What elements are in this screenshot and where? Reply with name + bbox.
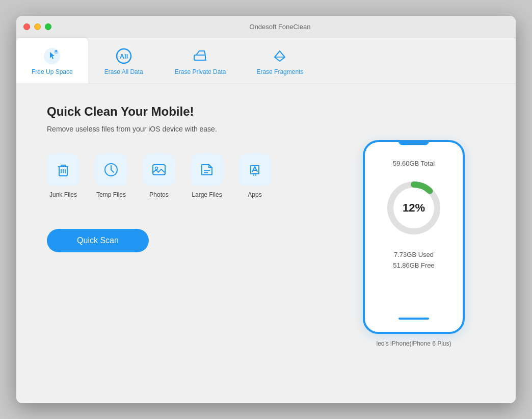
junk-files-label: Junk Files [49, 191, 77, 198]
large-files-label: Large Files [192, 191, 222, 198]
tab-erase-all-data[interactable]: All Erase All Data [88, 38, 159, 84]
feature-temp-files[interactable]: Temp Files [95, 153, 127, 198]
storage-donut: 12% [383, 177, 444, 239]
phone-home-bar [398, 318, 429, 320]
tab-erase-private-data[interactable]: Erase Private Data [159, 38, 242, 84]
left-panel: Quick Clean Your Mobile! Remove useless … [47, 104, 322, 383]
app-window: Ondesoft FoneClean Free Up Space [16, 16, 516, 403]
device-free: 51.86GB Free [393, 261, 435, 269]
svg-rect-13 [153, 165, 165, 175]
tab-erase-fragments-label: Erase Fragments [256, 68, 303, 75]
temp-files-icon [103, 162, 119, 178]
photos-label: Photos [149, 191, 168, 198]
features-row: Junk Files Temp Files [47, 153, 322, 198]
tab-erase-private-data-label: Erase Private Data [175, 68, 226, 75]
device-total: 59.60GB Total [393, 160, 435, 167]
apps-icon [247, 162, 263, 178]
right-panel: 59.60GB Total 12% 7.73GB Used 51.86GB Fr… [342, 104, 485, 383]
large-files-icon-bg [191, 153, 223, 186]
minimize-button[interactable] [34, 23, 41, 30]
phone-mockup: 59.60GB Total 12% 7.73GB Used 51.86GB Fr… [363, 140, 465, 334]
svg-text:All: All [119, 53, 128, 60]
storage-percent-label: 12% [403, 201, 425, 215]
tab-erase-fragments[interactable]: Erase Fragments [241, 38, 318, 84]
junk-files-icon [55, 162, 71, 178]
maximize-button[interactable] [45, 23, 51, 30]
main-subheadline: Remove useless files from your iOS devic… [47, 125, 322, 133]
quick-scan-button[interactable]: Quick Scan [47, 229, 149, 252]
feature-apps[interactable]: Apps [238, 153, 271, 198]
temp-files-icon-bg [95, 153, 127, 186]
erase-all-data-icon: All [115, 47, 133, 65]
traffic-lights [23, 23, 51, 30]
main-content: Quick Clean Your Mobile! Remove useless … [16, 84, 516, 403]
apps-icon-bg [238, 153, 271, 186]
tab-erase-all-data-label: Erase All Data [104, 68, 143, 75]
photos-icon-bg [143, 153, 175, 186]
svg-rect-6 [194, 55, 205, 60]
tab-free-up-space-label: Free Up Space [32, 68, 73, 75]
feature-large-files[interactable]: Large Files [191, 153, 223, 198]
temp-files-label: Temp Files [96, 191, 126, 198]
titlebar: Ondesoft FoneClean [16, 16, 516, 38]
apps-label: Apps [248, 191, 261, 198]
free-up-space-icon [43, 47, 61, 65]
close-button[interactable] [23, 23, 30, 30]
toolbar: Free Up Space All Erase All Data [16, 38, 516, 84]
phone-notch [398, 140, 429, 145]
main-headline: Quick Clean Your Mobile! [47, 104, 322, 119]
tab-free-up-space[interactable]: Free Up Space [16, 38, 88, 84]
feature-junk-files[interactable]: Junk Files [47, 153, 79, 198]
device-name: leo's iPhone(iPhone 6 Plus) [376, 340, 451, 347]
large-files-icon [199, 162, 215, 178]
photos-icon [151, 162, 167, 178]
device-used: 7.73GB Used [394, 251, 434, 258]
erase-fragments-icon [271, 47, 289, 65]
junk-files-icon-bg [47, 153, 79, 186]
feature-photos[interactable]: Photos [143, 153, 175, 198]
app-title: Ondesoft FoneClean [51, 23, 509, 31]
erase-private-data-icon [191, 47, 209, 65]
svg-point-14 [155, 167, 158, 170]
